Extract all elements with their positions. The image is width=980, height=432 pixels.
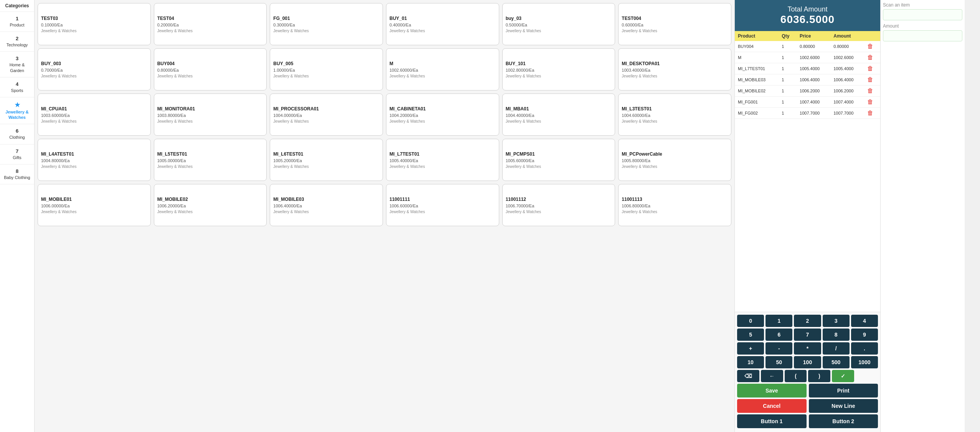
numpad-key-50[interactable]: 50 <box>766 356 792 368</box>
prod-name: MI_DESKTOPA01 <box>622 61 660 66</box>
sidebar-item-baby-clothing[interactable]: 8Baby Clothing <box>0 164 34 184</box>
numpad-key-_[interactable]: + <box>737 342 764 355</box>
button1[interactable]: Button 1 <box>737 414 807 428</box>
sidebar-item-product[interactable]: 1Product <box>0 12 34 32</box>
cart-price: 1007.7000 <box>797 108 830 119</box>
product-card[interactable]: MI_MOBILE03 1006.40000/Ea Jewellery & Wa… <box>270 184 383 226</box>
product-card[interactable]: BUY_101 1002.80000/Ea Jewellery & Watche… <box>502 48 615 90</box>
sidebar-item-technology[interactable]: 2Technology <box>0 32 34 52</box>
product-card[interactable]: MI_L5TEST01 1005.00000/Ea Jewellery & Wa… <box>154 139 267 181</box>
product-card[interactable]: BUY_003 0.70000/Ea Jewellery & Watches <box>38 48 151 90</box>
print-button[interactable]: Print <box>809 384 878 398</box>
numpad-key-7[interactable]: 7 <box>794 329 821 341</box>
product-card[interactable]: M 1002.60000/Ea Jewellery & Watches <box>386 48 499 90</box>
sidebar-item-jewellery-&-watches[interactable]: ★Jewellery & Watches <box>0 97 34 124</box>
numpad-key-_[interactable]: ) <box>808 370 830 382</box>
numpad-key-10[interactable]: 10 <box>737 356 764 368</box>
prod-name: FG_001 <box>273 16 290 21</box>
prod-cat: Jewellery & Watches <box>622 29 657 33</box>
prod-price: 1003.80000/Ea <box>157 113 186 118</box>
product-card[interactable]: TEST03 0.10000/Ea Jewellery & Watches <box>38 3 151 45</box>
prod-price: 1.00000/Ea <box>273 68 295 72</box>
product-card[interactable]: BUY004 0.80000/Ea Jewellery & Watches <box>154 48 267 90</box>
button2[interactable]: Button 2 <box>809 414 878 428</box>
product-card[interactable]: FG_001 0.30000/Ea Jewellery & Watches <box>270 3 383 45</box>
scan-input[interactable] <box>883 9 962 20</box>
numpad-key-100[interactable]: 100 <box>794 356 821 368</box>
amount-label: Amount <box>883 23 962 29</box>
numpad-key-500[interactable]: 500 <box>823 356 850 368</box>
cancel-button[interactable]: Cancel <box>737 399 807 413</box>
delete-row-button[interactable]: 🗑 <box>867 99 873 105</box>
prod-cat: Jewellery & Watches <box>273 29 309 33</box>
numpad-key-_[interactable]: . <box>851 342 878 355</box>
numpad-key-_[interactable]: - <box>766 342 792 355</box>
delete-row-button[interactable]: 🗑 <box>867 54 873 61</box>
delete-row-button[interactable]: 🗑 <box>867 110 873 117</box>
numpad-key-_[interactable]: ⌫ <box>737 370 759 382</box>
prod-price: 1004.40000/Ea <box>506 113 535 118</box>
prod-price: 1004.20000/Ea <box>389 113 418 118</box>
numpad-key-5[interactable]: 5 <box>737 329 764 341</box>
cart-qty: 1 <box>779 63 797 74</box>
prod-cat: Jewellery & Watches <box>506 164 541 169</box>
numpad-key-1000[interactable]: 1000 <box>851 356 878 368</box>
sidebar-item-clothing[interactable]: 6Clothing <box>0 124 34 144</box>
product-card[interactable]: MI_L7TEST01 1005.40000/Ea Jewellery & Wa… <box>386 139 499 181</box>
sidebar-item-sports[interactable]: 4Sports <box>0 77 34 97</box>
product-card[interactable]: 11001111 1006.60000/Ea Jewellery & Watch… <box>386 184 499 226</box>
numpad-key-0[interactable]: 0 <box>737 315 764 327</box>
cat-label: Technology <box>7 43 28 47</box>
numpad-key-_[interactable]: / <box>823 342 850 355</box>
save-button[interactable]: Save <box>737 384 807 398</box>
product-card[interactable]: 11001113 1006.80000/Ea Jewellery & Watch… <box>618 184 731 226</box>
numpad-key-8[interactable]: 8 <box>823 329 850 341</box>
numpad-key-_[interactable]: ← <box>761 370 783 382</box>
product-card[interactable]: MI_L6TEST01 1005.20000/Ea Jewellery & Wa… <box>270 139 383 181</box>
sidebar-item-gifts[interactable]: 7Gifts <box>0 145 34 164</box>
numpad-key-_[interactable]: ✓ <box>832 370 854 382</box>
product-card[interactable]: MI_L3TEST01 1004.60000/Ea Jewellery & Wa… <box>618 94 731 136</box>
prod-name: MI_MBA01 <box>506 106 529 112</box>
product-card[interactable]: MI_L4ATEST01 1004.80000/Ea Jewellery & W… <box>38 139 151 181</box>
numpad-key-4[interactable]: 4 <box>851 315 878 327</box>
product-card[interactable]: MI_CPUA01 1003.60000/Ea Jewellery & Watc… <box>38 94 151 136</box>
numpad-key-_[interactable]: ( <box>785 370 807 382</box>
numpad-key-3[interactable]: 3 <box>823 315 850 327</box>
delete-row-button[interactable]: 🗑 <box>867 43 873 50</box>
product-card[interactable]: MI_CABINETA01 1004.20000/Ea Jewellery & … <box>386 94 499 136</box>
delete-row-button[interactable]: 🗑 <box>867 87 873 94</box>
cart-amount: 1007.7000 <box>830 108 864 119</box>
product-card[interactable]: MI_PROCESSORA01 1004.00000/Ea Jewellery … <box>270 94 383 136</box>
numpad-key-6[interactable]: 6 <box>766 329 792 341</box>
cart-product: BUY004 <box>735 41 779 52</box>
product-card[interactable]: TEST004 0.60000/Ea Jewellery & Watches <box>618 3 731 45</box>
product-card[interactable]: 11001112 1006.70000/Ea Jewellery & Watch… <box>502 184 615 226</box>
sidebar-item-home-&-garden[interactable]: 3Home & Garden <box>0 52 34 77</box>
numpad-key-2[interactable]: 2 <box>794 315 821 327</box>
product-card[interactable]: MI_MOBILE01 1006.00000/Ea Jewellery & Wa… <box>38 184 151 226</box>
prod-cat: Jewellery & Watches <box>41 210 76 214</box>
product-card[interactable]: TEST04 0.20000/Ea Jewellery & Watches <box>154 3 267 45</box>
numpad-key-_[interactable]: * <box>794 342 821 355</box>
numpad-key-1[interactable]: 1 <box>766 315 792 327</box>
delete-row-button[interactable]: 🗑 <box>867 65 873 72</box>
sidebar-header: Categories <box>0 0 34 12</box>
cart-price: 1007.4000 <box>797 97 830 108</box>
product-card[interactable]: MI_MOBILE02 1006.20000/Ea Jewellery & Wa… <box>154 184 267 226</box>
delete-row-button[interactable]: 🗑 <box>867 76 873 83</box>
product-card[interactable]: MI_PCMPS01 1005.60000/Ea Jewellery & Wat… <box>502 139 615 181</box>
product-card[interactable]: buy_03 0.50000/Ea Jewellery & Watches <box>502 3 615 45</box>
product-card[interactable]: BUY_005 1.00000/Ea Jewellery & Watches <box>270 48 383 90</box>
product-card[interactable]: MI_MBA01 1004.40000/Ea Jewellery & Watch… <box>502 94 615 136</box>
new-line-button[interactable]: New Line <box>809 399 878 413</box>
product-card[interactable]: MI_PCPowerCable 1005.80000/Ea Jewellery … <box>618 139 731 181</box>
prod-price: 0.10000/Ea <box>41 23 63 27</box>
product-card[interactable]: MI_MONITORA01 1003.80000/Ea Jewellery & … <box>154 94 267 136</box>
product-card[interactable]: BUY_01 0.40000/Ea Jewellery & Watches <box>386 3 499 45</box>
amount-input[interactable] <box>883 30 962 41</box>
numpad-key-9[interactable]: 9 <box>851 329 878 341</box>
product-card[interactable]: MI_DESKTOPA01 1003.40000/Ea Jewellery & … <box>618 48 731 90</box>
cat-label: Clothing <box>9 135 25 140</box>
prod-name: M <box>389 61 393 66</box>
